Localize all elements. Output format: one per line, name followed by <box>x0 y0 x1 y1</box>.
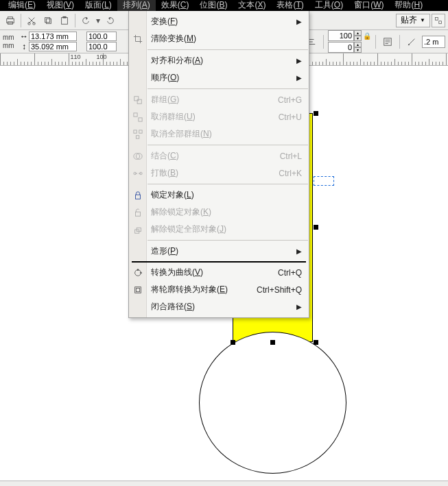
x-unit-label: mm <box>3 34 16 41</box>
chevron-right-icon: ▶ <box>296 74 302 82</box>
chevron-down-icon: ▼ <box>420 17 425 23</box>
menu-tools[interactable]: 工具(O) <box>309 0 349 11</box>
menu-item-label: 清除变换(M) <box>151 33 196 45</box>
to-curve-icon <box>132 267 144 279</box>
lock-icon: 🔒 <box>363 32 371 40</box>
outline-to-object-icon <box>132 284 144 296</box>
menu-item-20[interactable]: 将轮廓转换为对象(E)Ctrl+Shift+Q <box>129 281 309 298</box>
menu-item-label: 造形(P) <box>151 245 178 257</box>
cut-button[interactable] <box>24 13 39 28</box>
menu-view[interactable]: 视图(V) <box>41 0 80 11</box>
unlock-all-icon <box>132 223 144 236</box>
wrap-text-button[interactable] <box>380 34 395 49</box>
bottom-bar <box>0 481 448 486</box>
node-edit-box[interactable] <box>314 176 334 186</box>
spin-b-field[interactable] <box>328 42 354 53</box>
svg-rect-10 <box>439 21 442 23</box>
width-field[interactable] <box>29 32 77 41</box>
undo-button[interactable] <box>78 13 93 28</box>
menu-item-17[interactable]: 造形(P)▶ <box>129 243 309 260</box>
menu-item-0[interactable]: 变换(F)▶ <box>129 13 309 30</box>
svg-point-29 <box>140 271 142 274</box>
ungroup-icon <box>132 111 144 123</box>
outline-width-field[interactable] <box>422 36 445 48</box>
menu-bar: 编辑(E) 视图(V) 版面(L) 排列(A) 效果(C) 位图(B) 文本(X… <box>0 0 448 11</box>
svg-rect-8 <box>62 16 66 18</box>
scale-x-field[interactable] <box>86 32 117 41</box>
redo-button[interactable] <box>103 13 118 28</box>
menu-item-4[interactable]: 顺序(O)▶ <box>129 69 309 86</box>
menu-item-19[interactable]: 转换为曲线(V)Ctrl+Q <box>129 264 309 281</box>
menu-item-21[interactable]: 闭合路径(S)▶ <box>129 298 309 315</box>
chevron-right-icon: ▶ <box>296 18 302 25</box>
svg-rect-7 <box>62 17 68 24</box>
copy-button[interactable] <box>40 13 56 28</box>
menu-help[interactable]: 帮助(H) <box>389 0 428 11</box>
menu-item-shortcut: Ctrl+Q <box>278 268 302 278</box>
menu-edit[interactable]: 编辑(E) <box>3 0 41 11</box>
crop-icon <box>132 33 144 45</box>
svg-rect-6 <box>46 19 51 23</box>
svg-rect-14 <box>134 112 137 116</box>
menu-text[interactable]: 文本(X) <box>233 0 271 11</box>
scale-y-field[interactable] <box>86 42 117 51</box>
menu-item-label: 顺序(O) <box>151 72 179 84</box>
menu-item-label: 解除锁定对象(K) <box>151 206 211 218</box>
print-button[interactable] <box>3 13 18 28</box>
height-field[interactable] <box>29 42 77 51</box>
options-button[interactable] <box>432 14 445 27</box>
selection-handle[interactable] <box>231 340 235 345</box>
menu-arrange[interactable]: 排列(A) <box>117 0 156 11</box>
undo-dropdown[interactable]: ▾ <box>95 13 102 28</box>
spin-a-field[interactable] <box>328 30 354 41</box>
menu-item-shortcut: Ctrl+K <box>279 169 302 178</box>
ruler-label: 110 <box>70 53 80 60</box>
chevron-right-icon: ▶ <box>296 57 302 64</box>
svg-rect-12 <box>134 96 139 100</box>
menu-item-label: 对齐和分布(A) <box>151 55 203 66</box>
selection-handle[interactable] <box>314 111 318 116</box>
unlock-icon <box>132 206 144 219</box>
menu-item-13[interactable]: 锁定对象(L) <box>129 186 309 204</box>
circle-shape[interactable] <box>199 332 346 474</box>
height-icon: ↕ <box>19 42 29 51</box>
y-unit-label: mm <box>3 42 16 49</box>
menu-window[interactable]: 窗口(W) <box>349 0 389 11</box>
menu-layout[interactable]: 版面(L) <box>80 0 117 11</box>
svg-rect-16 <box>134 130 137 132</box>
menu-table[interactable]: 表格(T) <box>271 0 309 11</box>
menu-item-7: 取消群组(U)Ctrl+U <box>129 108 309 125</box>
menu-item-label: 结合(C) <box>151 150 179 162</box>
combine-icon <box>132 150 144 162</box>
svg-rect-31 <box>136 288 139 291</box>
svg-rect-9 <box>436 17 438 20</box>
menu-item-shortcut: Ctrl+Shift+Q <box>257 285 302 295</box>
menu-item-6: 群组(G)Ctrl+G <box>129 91 309 108</box>
menu-item-label: 转换为曲线(V) <box>151 267 203 278</box>
selection-handle[interactable] <box>270 340 275 345</box>
snap-dropdown[interactable]: 贴齐▼ <box>396 14 430 27</box>
menu-bitmap[interactable]: 位图(B) <box>194 0 233 11</box>
spin-b-up[interactable]: ▴ <box>354 42 362 47</box>
outline-pen-button[interactable] <box>404 34 419 49</box>
menu-item-11: 打散(B)Ctrl+K <box>129 165 309 182</box>
group-icon <box>132 94 144 106</box>
lock-icon <box>132 189 144 202</box>
menu-effects[interactable]: 效果(C) <box>156 0 195 11</box>
menu-item-label: 解除锁定全部对象(J) <box>151 223 226 235</box>
menu-item-1[interactable]: 清除变换(M) <box>129 30 309 47</box>
selection-handle[interactable] <box>314 340 318 345</box>
menu-item-label: 变换(F) <box>151 16 178 27</box>
selection-handle[interactable] <box>314 225 318 230</box>
menu-item-label: 锁定对象(L) <box>151 189 194 201</box>
spin-a-up[interactable]: ▴ <box>354 30 362 36</box>
menu-item-3[interactable]: 对齐和分布(A)▶ <box>129 52 309 69</box>
spin-b-down[interactable]: ▾ <box>354 47 362 53</box>
menu-item-label: 取消群组(U) <box>151 111 196 123</box>
menu-item-10: 结合(C)Ctrl+L <box>129 147 309 165</box>
svg-rect-24 <box>136 212 141 216</box>
menu-item-15: 解除锁定全部对象(J) <box>129 221 309 238</box>
spin-a-down[interactable]: ▾ <box>354 36 362 41</box>
paste-button[interactable] <box>57 13 72 28</box>
svg-point-28 <box>137 269 139 271</box>
